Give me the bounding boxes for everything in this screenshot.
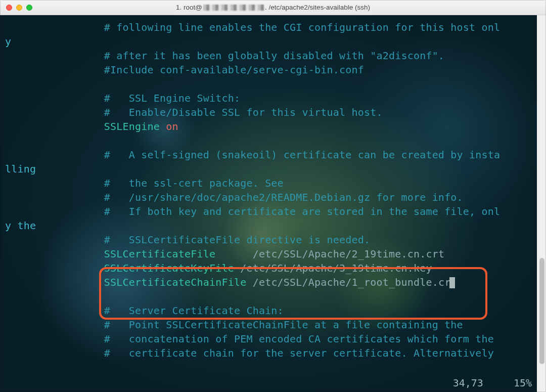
terminal-window: 1. root@. /etc/apache2/sites-available (… bbox=[0, 0, 546, 392]
code-line: # following line enables the CGI configu… bbox=[5, 21, 500, 33]
cursor-position: 34,73 bbox=[453, 377, 483, 389]
text-cursor bbox=[449, 277, 455, 288]
title-suffix: . /etc/apache2/sites-available (ssh) bbox=[265, 4, 370, 11]
code-indent bbox=[5, 262, 104, 274]
vim-statusbar: 34,73 15% bbox=[453, 377, 532, 389]
traffic-lights bbox=[6, 5, 32, 11]
zoom-window-button[interactable] bbox=[26, 5, 32, 11]
code-indent bbox=[5, 120, 104, 133]
path-chainfile: /etc/SSL/Apache/1_root_bundle.cr bbox=[253, 276, 451, 288]
code-line: # SSL Engine Switch: bbox=[5, 92, 240, 104]
scroll-percent: 15% bbox=[514, 377, 532, 389]
code-line-wrap: y the bbox=[5, 220, 36, 232]
code-indent bbox=[5, 248, 104, 260]
directive-sslengine: SSLEngine bbox=[104, 120, 160, 133]
window-title: 1. root@. /etc/apache2/sites-available (… bbox=[0, 4, 546, 11]
terminal-content[interactable]: # following line enables the CGI configu… bbox=[0, 15, 546, 392]
code-line: # SSLCertificateFile directive is needed… bbox=[5, 234, 370, 246]
value-on: on bbox=[166, 120, 178, 133]
code-pad bbox=[215, 248, 252, 260]
code-line: # after it has been globally disabled wi… bbox=[5, 50, 444, 62]
directive-sslchainfile: SSLCertificateChainFile bbox=[104, 276, 247, 288]
scrollbar-thumb[interactable] bbox=[539, 258, 544, 364]
scrollbar-track[interactable] bbox=[537, 15, 546, 392]
code-line: # Enable/Disable SSL for this virtual ho… bbox=[5, 106, 383, 118]
title-prefix: 1. root@ bbox=[176, 4, 202, 11]
code-line: # A self-signed (snakeoil) certificate c… bbox=[5, 149, 500, 161]
directive-sslkeyfile: SSLCertificateKeyFile bbox=[104, 262, 234, 274]
directive-sslcertfile: SSLCertificateFile bbox=[104, 248, 215, 260]
code-line: # /usr/share/doc/apache2/README.Debian.g… bbox=[5, 191, 463, 203]
path-keyfile: /etc/SSL/Apache/3_19time.cn.key bbox=[240, 262, 432, 274]
close-window-button[interactable] bbox=[6, 5, 12, 11]
path-certfile: /etc/SSL/Apache/2_19time.cn.crt bbox=[253, 248, 444, 260]
code-line-wrap: y bbox=[5, 35, 11, 48]
terminal-viewport: # following line enables the CGI configu… bbox=[0, 15, 546, 392]
minimize-window-button[interactable] bbox=[16, 5, 22, 11]
code-line: # certificate chain for the server certi… bbox=[5, 347, 494, 359]
code-indent bbox=[5, 276, 104, 288]
code-line: # the ssl-cert package. See bbox=[5, 177, 284, 189]
code-line: #Include conf-available/serve-cgi-bin.co… bbox=[5, 64, 364, 76]
editor-text[interactable]: # following line enables the CGI configu… bbox=[5, 20, 543, 360]
code-line-wrap: lling bbox=[5, 163, 36, 175]
window-titlebar[interactable]: 1. root@. /etc/apache2/sites-available (… bbox=[0, 0, 546, 15]
code-line: # If both key and certificate are stored… bbox=[5, 205, 500, 217]
code-line: # Server Certificate Chain: bbox=[5, 304, 284, 317]
code-line: # Point SSLCertificateChainFile at a fil… bbox=[5, 319, 463, 331]
title-obscured-host bbox=[203, 5, 264, 11]
code-line: # concatenation of PEM encoded CA certif… bbox=[5, 333, 494, 345]
